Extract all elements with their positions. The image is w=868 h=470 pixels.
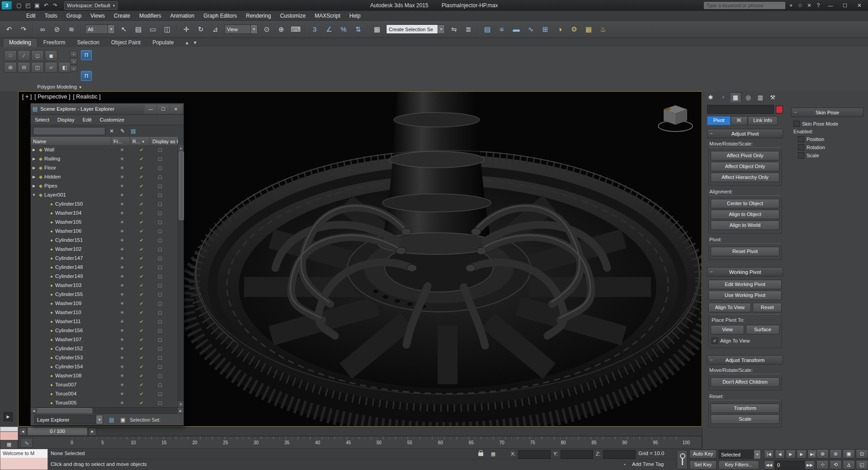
display-as-box-icon[interactable]: ▢ xyxy=(151,202,178,207)
selection-set-icon[interactable]: ▣ xyxy=(118,416,127,424)
list-item[interactable]: Cylinder149 ✳ ✔ ▢ xyxy=(31,272,178,281)
display-as-box-icon[interactable]: ▢ xyxy=(151,391,178,396)
key-filters-button[interactable]: Key Filters... xyxy=(718,461,759,470)
list-item[interactable]: Washer110 ✳ ✔ ▢ xyxy=(31,308,178,317)
display-as-box-icon[interactable]: ▢ xyxy=(151,256,178,261)
display-as-box-icon[interactable]: ▢ xyxy=(151,337,178,342)
scroll-left-icon[interactable]: ◀ xyxy=(31,408,37,414)
track-bar[interactable]: ∿ 05101520253035404550556065707580859095… xyxy=(18,436,702,449)
frozen-icon[interactable]: ✳ xyxy=(113,193,132,197)
border-mode-icon[interactable]: ◻ xyxy=(31,50,44,61)
view-button[interactable]: View xyxy=(711,325,744,334)
add-time-tag[interactable]: Add Time Tag xyxy=(632,461,664,467)
renderable-icon[interactable]: ✔ xyxy=(132,220,151,225)
list-item[interactable]: Cylinder156 ✳ ✔ ▢ xyxy=(31,326,178,335)
tab-populate[interactable]: Populate xyxy=(146,38,179,47)
zoom-icon[interactable]: ⊕ xyxy=(816,449,829,459)
zoom-all-icon[interactable]: ⊛ xyxy=(830,449,842,459)
frozen-icon[interactable]: ✳ xyxy=(113,301,132,306)
renderable-icon[interactable]: ✔ xyxy=(132,364,151,369)
tab-motion[interactable]: ◎ xyxy=(743,93,754,102)
frozen-icon[interactable]: ✳ xyxy=(113,274,132,279)
renderable-icon[interactable]: ✔ xyxy=(132,265,151,270)
zoom-region-icon[interactable]: ⊡ xyxy=(856,449,868,459)
tab-hierarchy[interactable]: ▦ xyxy=(730,92,741,102)
expander-icon[interactable] xyxy=(31,184,37,188)
expander-icon[interactable] xyxy=(31,166,37,170)
affect-pivot-only-button[interactable]: Affect Pivot Only xyxy=(711,151,779,160)
new-scene-icon[interactable]: ▢ xyxy=(14,1,24,9)
named-selection-sets-dropdown[interactable]: Create Selection Se ▼ xyxy=(386,24,445,34)
toggle-layer-explorer-icon[interactable]: ≡ xyxy=(495,23,509,36)
tab-object-paint[interactable]: Object Paint xyxy=(105,38,146,47)
frozen-icon[interactable]: ✳ xyxy=(113,256,132,261)
renderable-icon[interactable]: ✔ xyxy=(132,373,151,378)
bind-to-space-warp-icon[interactable]: ≋ xyxy=(65,23,78,36)
select-and-move-icon[interactable]: ✛ xyxy=(179,23,193,36)
rollout-header[interactable]: − Skin Pose xyxy=(791,108,863,117)
search-input[interactable] xyxy=(703,1,786,9)
display-as-box-icon[interactable]: ▢ xyxy=(151,373,178,378)
affect-object-only-button[interactable]: Affect Object Only xyxy=(711,162,779,171)
display-as-box-icon[interactable]: ▢ xyxy=(151,265,178,270)
scroll-up-icon[interactable]: ▲ xyxy=(178,145,184,151)
rendered-frame-window-icon[interactable]: ▦ xyxy=(582,23,595,36)
next-frame-button[interactable]: ▶ xyxy=(797,450,807,459)
list-item[interactable]: Cylinder150 ✳ ✔ ▢ xyxy=(31,199,178,208)
display-as-box-icon[interactable]: ▢ xyxy=(151,238,178,243)
renderable-icon[interactable]: ✔ xyxy=(132,382,151,387)
surface-button[interactable]: Surface xyxy=(746,325,779,334)
undo-icon[interactable]: ↶ xyxy=(2,23,16,36)
menu-animation[interactable]: Animation xyxy=(166,11,199,21)
mini-listener-white[interactable] xyxy=(0,427,18,432)
list-item[interactable]: Washer102 ✳ ✔ ▢ xyxy=(31,244,178,254)
renderable-icon[interactable]: ✔ xyxy=(132,147,151,152)
list-item[interactable]: Railing ✳ ✔ ▢ xyxy=(31,154,178,163)
renderable-icon[interactable]: ✔ xyxy=(132,292,151,297)
open-file-icon[interactable]: ◰ xyxy=(24,1,33,9)
tab-freeform[interactable]: Freeform xyxy=(38,38,71,47)
display-as-box-icon[interactable]: ▢ xyxy=(151,274,178,279)
favorites-star-icon[interactable]: ☆ xyxy=(796,1,805,9)
list-item[interactable]: Cylinder154 ✳ ✔ ▢ xyxy=(31,362,178,371)
mini-curve-editor-button[interactable]: ▦ xyxy=(0,440,18,449)
frozen-icon[interactable]: ✳ xyxy=(113,400,132,405)
transform-button[interactable]: Transform xyxy=(711,404,779,413)
curve-editor-icon[interactable]: ∿ xyxy=(524,23,538,36)
renderable-icon[interactable]: ✔ xyxy=(132,202,151,207)
zoom-extents-icon[interactable]: ▣ xyxy=(843,449,855,459)
previous-frame-button[interactable]: ◀ xyxy=(775,450,785,459)
open-mini-curve-editor-icon[interactable]: ∿ xyxy=(20,438,33,448)
rollout-header[interactable]: − Adjust Transform xyxy=(707,355,783,365)
renderable-icon[interactable]: ✔ xyxy=(132,229,151,234)
frozen-icon[interactable]: ✳ xyxy=(113,183,132,188)
absolute-mode-icon[interactable]: ▦ xyxy=(489,450,497,457)
center-to-object-button[interactable]: Center to Object xyxy=(711,199,779,208)
menu-group[interactable]: Group xyxy=(62,11,86,21)
polygon-mode-icon[interactable]: ◼ xyxy=(45,50,57,61)
maximize-button[interactable]: ☐ xyxy=(838,1,852,10)
rectangular-selection-region-icon[interactable]: ▭ xyxy=(146,23,160,36)
edge-mode-icon[interactable]: ∕ xyxy=(18,50,30,61)
column-render[interactable]: R... ▲ xyxy=(130,137,150,146)
affect-hierarchy-only-button[interactable]: Affect Hierarchy Only xyxy=(711,173,779,182)
display-as-box-icon[interactable]: ▢ xyxy=(151,310,178,315)
renderable-icon[interactable]: ✔ xyxy=(132,274,151,279)
list-item[interactable]: Washer105 ✳ ✔ ▢ xyxy=(31,217,178,226)
select-by-name-icon[interactable]: ▤ xyxy=(132,23,145,36)
collapse-stack-icon[interactable]: ▱ xyxy=(45,62,57,73)
list-item[interactable]: Washer103 ✳ ✔ ▢ xyxy=(31,281,178,290)
list-item[interactable]: Torus005 ✳ ✔ ▢ xyxy=(31,398,178,407)
workspace-dropdown[interactable]: Workspace: Default ▾ xyxy=(64,1,118,10)
list-item[interactable]: Cylinder147 ✳ ✔ ▢ xyxy=(31,254,178,263)
list-item[interactable]: Floor ✳ ✔ ▢ xyxy=(31,163,178,172)
align-to-view-checkbox[interactable]: ✓ Align To View xyxy=(712,338,778,344)
keyboard-shortcut-override-icon[interactable]: ⌨ xyxy=(289,23,302,36)
menu-edit[interactable]: Edit xyxy=(22,11,40,21)
schematic-view-icon[interactable]: ⊞ xyxy=(538,23,552,36)
scroll-right-icon[interactable]: ▶ xyxy=(178,408,184,414)
x-field[interactable] xyxy=(518,450,551,459)
use-working-pivot-button[interactable]: Use Working Pivot xyxy=(708,291,782,300)
rollout-header[interactable]: − Working Pivot xyxy=(707,267,783,277)
mini-button-1[interactable]: ▪ xyxy=(70,51,77,57)
